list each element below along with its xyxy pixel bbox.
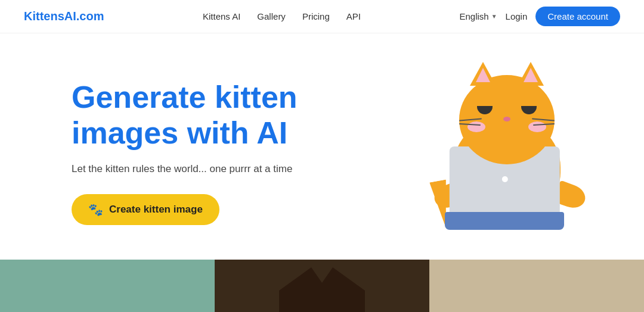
nav-logo[interactable]: KittensAI.com [24, 10, 104, 23]
hero-section: Generate kitten images with AI Let the k… [0, 33, 644, 260]
cat-head [459, 75, 555, 164]
create-kitten-button[interactable]: 🐾 Create kitten image [72, 194, 219, 225]
nav-link-gallery[interactable]: Gallery [257, 11, 286, 21]
cat-eye-right [521, 106, 537, 114]
cat-silhouette [215, 260, 429, 312]
create-account-button[interactable]: Create account [535, 7, 620, 26]
login-button[interactable]: Login [506, 11, 528, 21]
cat-cheek-left [467, 121, 485, 132]
cat-ear-inner-left [476, 68, 490, 82]
language-label: English [459, 11, 488, 21]
bottom-images-strip [0, 260, 644, 312]
laptop-camera [501, 176, 507, 182]
cat-nose [503, 117, 510, 121]
hero-subtitle: Let the kitten rules the world... one pu… [72, 163, 382, 175]
hero-title: Generate kitten images with AI [72, 80, 382, 151]
whisker-3 [532, 118, 555, 121]
bottom-image-dark [215, 260, 429, 312]
language-selector[interactable]: English ▼ [459, 11, 497, 21]
nav-right: English ▼ Login Create account [459, 7, 620, 26]
hero-text: Generate kitten images with AI Let the k… [72, 80, 382, 225]
laptop-base [445, 212, 564, 230]
nav-link-api[interactable]: API [346, 11, 361, 21]
cat-ear-inner-right [524, 68, 538, 82]
cat-cheek-right [528, 121, 546, 132]
nav-link-pricing[interactable]: Pricing [302, 11, 330, 21]
bottom-image-teal [0, 260, 215, 312]
cat-illustration [417, 69, 596, 236]
cat-eyes [477, 106, 537, 114]
cat-eye-left [477, 106, 493, 114]
chevron-down-icon: ▼ [491, 13, 497, 20]
whisker-1 [459, 118, 482, 121]
cta-label: Create kitten image [109, 204, 203, 216]
bottom-image-beige [429, 260, 644, 312]
nav-links: Kittens AI Gallery Pricing API [203, 11, 361, 21]
nav-link-kittens-ai[interactable]: Kittens AI [203, 11, 240, 21]
paw-icon: 🐾 [88, 202, 103, 217]
navbar: KittensAI.com Kittens AI Gallery Pricing… [0, 0, 644, 33]
